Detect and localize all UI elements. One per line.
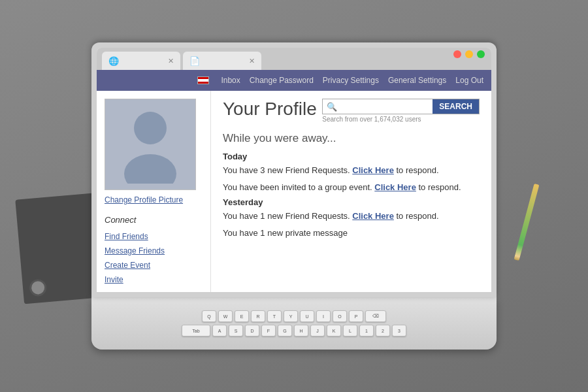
keyboard: Q W E R T Y U I O P ⌫ Tab A S D F G H J xyxy=(91,297,497,350)
tab-1[interactable]: 🌐 ✕ xyxy=(102,52,180,70)
pencil xyxy=(514,184,540,261)
tab-1-close-icon[interactable]: ✕ xyxy=(168,57,174,65)
general-settings-link[interactable]: General Settings xyxy=(388,76,446,85)
key-j: J xyxy=(310,325,325,336)
search-box: 🔍 SEARCH Search from over 1,674,032 user… xyxy=(322,99,480,123)
avatar-silhouette xyxy=(118,105,183,184)
avatar xyxy=(105,99,196,190)
find-friends-link[interactable]: Find Friends xyxy=(105,232,148,241)
tab-2[interactable]: 📄 ✕ xyxy=(183,52,261,70)
key-u: U xyxy=(300,310,314,322)
invite-link[interactable]: Invite xyxy=(105,275,123,284)
search-button[interactable]: SEARCH xyxy=(433,99,479,114)
svg-point-0 xyxy=(134,112,167,144)
browser-window: 🌐 ✕ 📄 ✕ Inbox Change Password Privacy Se… xyxy=(97,48,491,292)
search-subtext: Search from over 1,674,032 users xyxy=(322,116,421,123)
yesterday-1-link[interactable]: Click Here xyxy=(352,211,394,221)
today-1-link[interactable]: Click Here xyxy=(352,165,394,175)
key-o: O xyxy=(333,310,347,322)
today-2-link[interactable]: Click Here xyxy=(374,182,416,192)
flag-icon xyxy=(197,76,209,84)
list-item: Message Friends xyxy=(105,244,203,256)
laptop: 🌐 ✕ 📄 ✕ Inbox Change Password Privacy Se… xyxy=(91,42,497,350)
key-tab: Tab xyxy=(182,325,210,336)
screen-lid: 🌐 ✕ 📄 ✕ Inbox Change Password Privacy Se… xyxy=(91,42,497,297)
key-3: 3 xyxy=(392,325,406,336)
yesterday-1-text-before: You have 1 new Friend Requests. xyxy=(223,211,350,221)
notification-today-2: You have been invited to a group event. … xyxy=(223,181,480,194)
today-1-text-after: to respond. xyxy=(397,165,439,175)
today-2-text-after: to respond. xyxy=(419,182,461,192)
today-label: Today xyxy=(223,152,480,161)
key-p: P xyxy=(349,310,363,322)
key-f: F xyxy=(261,325,276,336)
key-e: E xyxy=(235,310,249,322)
keyboard-row-2: Tab A S D F G H J K L 1 2 3 xyxy=(182,325,406,336)
key-l: L xyxy=(343,325,357,336)
key-r: R xyxy=(251,310,265,322)
change-profile-picture-link[interactable]: Change Profile Picture xyxy=(105,195,203,204)
notification-today-1: You have 3 new Friend Requests. Click He… xyxy=(223,164,480,177)
traffic-lights xyxy=(453,50,485,58)
keyboard-row-1: Q W E R T Y U I O P ⌫ xyxy=(202,310,386,322)
key-y: Y xyxy=(284,310,298,322)
privacy-settings-link[interactable]: Privacy Settings xyxy=(323,76,379,85)
list-item: Find Friends xyxy=(105,230,203,242)
inbox-link[interactable]: Inbox xyxy=(221,76,240,85)
profile-header: Your Profile 🔍 SEARCH Search from over 1… xyxy=(223,99,480,123)
change-password-link[interactable]: Change Password xyxy=(250,76,314,85)
key-k: K xyxy=(327,325,341,336)
search-input[interactable] xyxy=(341,100,433,114)
tab-2-close-icon[interactable]: ✕ xyxy=(249,57,255,65)
key-g: G xyxy=(278,325,292,336)
key-backspace: ⌫ xyxy=(365,310,386,322)
sidebar-links: Find Friends Message Friends Create Even… xyxy=(105,230,203,285)
maximize-button-icon[interactable] xyxy=(477,50,485,58)
list-item: Invite xyxy=(105,273,203,285)
key-t: T xyxy=(267,310,282,322)
page-content: Change Profile Picture Connect Find Frie… xyxy=(97,91,491,292)
key-w: W xyxy=(218,310,233,322)
key-2: 2 xyxy=(376,325,390,336)
page-title: Your Profile xyxy=(223,99,317,120)
today-2-text-before: You have been invited to a group event. xyxy=(223,182,372,192)
sidebar: Change Profile Picture Connect Find Frie… xyxy=(97,91,211,292)
logout-link[interactable]: Log Out xyxy=(455,76,483,85)
create-event-link[interactable]: Create Event xyxy=(105,261,150,270)
search-row: 🔍 SEARCH xyxy=(322,99,480,114)
notification-yesterday-1: You have 1 new Friend Requests. Click He… xyxy=(223,210,480,223)
nav-bar: Inbox Change Password Privacy Settings G… xyxy=(97,70,491,91)
close-button-icon[interactable] xyxy=(453,50,461,58)
main-content: Your Profile 🔍 SEARCH Search from over 1… xyxy=(211,91,491,292)
yesterday-1-text-after: to respond. xyxy=(397,211,439,221)
svg-point-1 xyxy=(124,154,176,184)
minimize-button-icon[interactable] xyxy=(465,50,473,58)
key-d: D xyxy=(245,325,259,336)
key-i: I xyxy=(316,310,331,322)
page-icon: 📄 xyxy=(189,56,200,66)
yesterday-2-text-only: You have 1 new private message xyxy=(223,228,348,238)
connect-heading: Connect xyxy=(105,215,203,225)
key-a: A xyxy=(212,325,227,336)
key-h: H xyxy=(294,325,308,336)
search-icon: 🔍 xyxy=(323,100,341,114)
key-q: Q xyxy=(202,310,216,322)
away-heading: While you were away... xyxy=(223,132,480,145)
yesterday-label: Yesterday xyxy=(223,197,480,207)
globe-icon: 🌐 xyxy=(108,56,119,66)
list-item: Create Event xyxy=(105,259,203,270)
notification-yesterday-2: You have 1 new private message xyxy=(223,227,480,240)
tab-bar: 🌐 ✕ 📄 ✕ xyxy=(97,48,491,70)
key-1: 1 xyxy=(359,325,374,336)
today-1-text-before: You have 3 new Friend Requests. xyxy=(223,165,350,175)
desk: 🌐 ✕ 📄 ✕ Inbox Change Password Privacy Se… xyxy=(0,0,588,392)
key-s: S xyxy=(229,325,243,336)
message-friends-link[interactable]: Message Friends xyxy=(105,246,165,255)
